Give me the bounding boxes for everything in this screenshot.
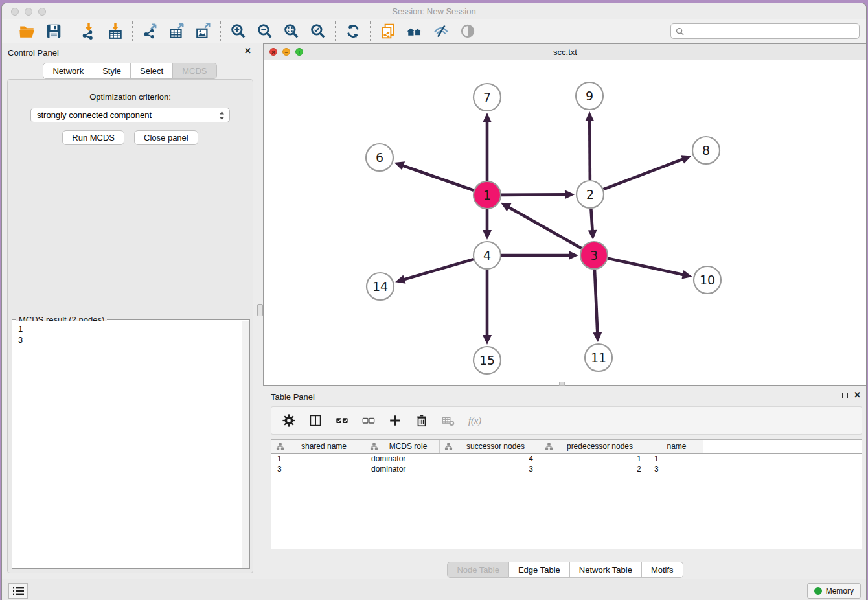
graph-edge-4-3[interactable] [501,251,578,260]
clone-network-button[interactable] [379,22,396,40]
open-folder-button[interactable] [18,22,36,40]
control-panel-tabs: NetworkStyleSelectMCDS [2,63,258,79]
float-panel-icon[interactable] [233,49,238,54]
graph-edge-1-7[interactable] [483,113,492,181]
split-panel-button[interactable] [308,413,323,428]
tab-mcds[interactable]: MCDS [173,63,216,79]
mcds-result-list[interactable]: 13 [13,321,242,568]
select-all-button[interactable] [334,413,350,428]
cell-shared-name: 1 [271,454,365,463]
table-panel-header: Table Panel ✕ [263,387,867,406]
close-panel-icon[interactable]: ✕ [244,47,251,55]
close-panel-button[interactable]: Close panel [134,130,198,145]
graph-edge-2-3[interactable] [588,209,597,240]
network-canvas[interactable]: 7968124314101511 [264,60,867,385]
graph-node-8[interactable]: 8 [692,137,720,164]
result-scrollbar[interactable] [242,321,249,568]
graph-edge-1-6[interactable] [394,161,474,190]
graph-node-10[interactable]: 10 [694,266,721,294]
cell-MCDS-role: dominator [365,454,440,463]
graph-node-9[interactable]: 9 [576,82,603,110]
gear-button[interactable] [281,413,297,428]
tab-network[interactable]: Network [43,63,93,79]
export-table-button[interactable] [168,22,185,40]
import-table-icon [107,23,124,40]
control-panel-title: Control Panel [8,48,59,58]
svg-text:f(x): f(x) [468,415,481,426]
column-header-predecessor-nodes[interactable]: predecessor nodes [540,440,648,453]
graph-node-3[interactable]: 3 [580,242,608,269]
horizontal-splitter-handle[interactable] [559,382,565,386]
graph-edge-2-9[interactable] [585,111,594,180]
graph-edge-3-11[interactable] [593,270,602,342]
zoom-fit-button[interactable] [282,22,300,40]
optimization-criterion-select[interactable]: strongly connected component [30,108,230,122]
run-mcds-button[interactable]: Run MCDS [62,130,124,145]
column-header-name[interactable]: name [648,440,703,453]
import-network-button[interactable] [80,22,97,40]
tab-select[interactable]: Select [131,63,173,79]
import-table-button[interactable] [106,22,124,40]
graph-edge-4-15[interactable] [483,270,492,345]
tab-style[interactable]: Style [93,63,131,79]
optimization-criterion-label: Optimization criterion: [8,92,253,102]
toolbar-icon-groups [10,19,485,43]
vertical-splitter-handle[interactable] [257,304,263,316]
graph-node-6[interactable]: 6 [366,144,393,171]
hide-selected-button[interactable] [432,22,450,40]
graph-edge-2-8[interactable] [604,155,692,189]
add-button[interactable] [387,413,403,428]
table-close-panel-icon[interactable]: ✕ [854,391,861,399]
save-button[interactable] [45,22,62,40]
graph-node-4[interactable]: 4 [474,242,501,269]
svg-text:6: 6 [376,150,383,165]
zoom-in-button[interactable] [229,22,247,40]
svg-text:10: 10 [700,273,715,287]
graph-edge-3-1[interactable] [501,203,582,248]
task-history-button[interactable] [8,583,28,599]
memory-label: Memory [826,586,854,595]
zoom-selected-button[interactable] [309,22,326,40]
graph-node-15[interactable]: 15 [474,347,501,374]
deselect-all-button[interactable] [361,413,376,428]
zoom-out-button[interactable] [256,22,273,40]
app-window: Session: New Session Control Panel ✕ [1,3,867,600]
gear-icon [282,413,296,428]
refresh-button[interactable] [344,22,361,40]
svg-text:2: 2 [586,187,594,202]
sort-tree-icon [370,443,378,451]
table-float-panel-icon[interactable] [842,393,848,398]
graph-node-7[interactable]: 7 [474,84,501,111]
graph-node-1[interactable]: 1 [474,181,501,209]
tab-network-table[interactable]: Network Table [570,562,642,578]
tab-edge-table[interactable]: Edge Table [509,562,570,578]
column-header-MCDS-role[interactable]: MCDS role [365,440,440,453]
deselect-all-icon [361,413,376,428]
search-input[interactable] [684,25,859,38]
main-toolbar [2,19,866,43]
column-header-successor-nodes[interactable]: successor nodes [440,440,540,453]
graph-edge-4-14[interactable] [395,259,474,284]
tab-motifs[interactable]: Motifs [642,562,683,578]
export-network-button[interactable] [141,22,159,40]
graph-node-11[interactable]: 11 [585,344,612,371]
memory-button[interactable]: Memory [807,583,861,599]
graph-edge-1-2[interactable] [501,190,575,199]
export-table-icon [168,23,185,40]
column-header-shared-name[interactable]: shared name [271,440,365,453]
graph-node-2[interactable]: 2 [577,181,604,208]
first-neighbors-button[interactable] [405,22,423,40]
table-panel-title: Table Panel [271,392,315,402]
table-toolbar: f(x) [271,406,862,435]
tab-node-table[interactable]: Node Table [447,562,509,578]
graph-edge-3-10[interactable] [608,259,692,279]
svg-text:1: 1 [483,188,491,202]
show-all-button[interactable] [459,22,476,40]
table-row[interactable]: 1dominator411 [271,454,862,464]
table-row[interactable]: 3dominator323 [271,464,862,474]
graph-node-14[interactable]: 14 [367,273,394,300]
export-image-button[interactable] [194,22,212,40]
graph-edge-1-4[interactable] [483,209,492,240]
search-box[interactable] [670,23,860,39]
trash-button[interactable] [414,413,429,428]
